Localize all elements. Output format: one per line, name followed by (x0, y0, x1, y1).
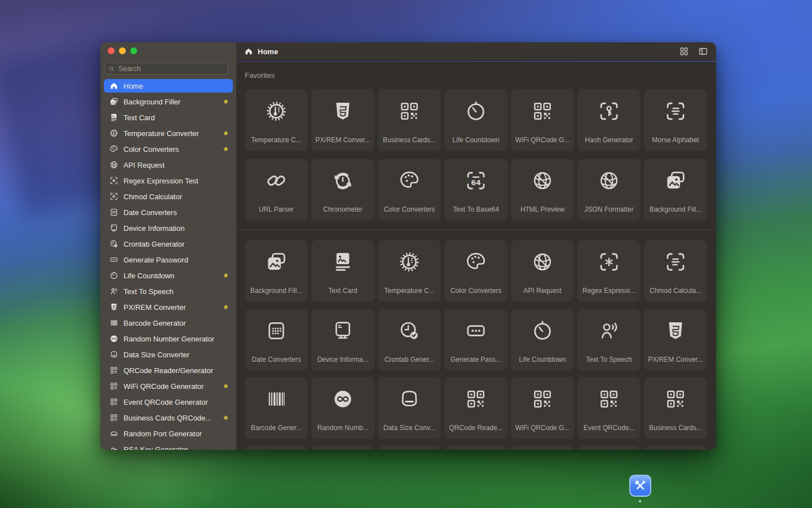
tile-label: QRCode Reade... (449, 424, 502, 432)
tile-hash-generator[interactable]: Hash Generator (577, 89, 641, 151)
sidebar-item-chmod-calculator[interactable]: Chmod Calculator (104, 190, 233, 203)
tile-px-rem-conver[interactable]: PX/REM Conver... (311, 89, 374, 151)
sidebar-item-business-cards-qrcode[interactable]: Business Cards QRCode...★ (104, 411, 233, 424)
grid-view-icon[interactable] (678, 46, 689, 57)
tile-html-preview[interactable]: HTML Preview (511, 159, 574, 221)
sidebar-item-label: Color Converters (123, 145, 179, 154)
tile-wifi-qrcode-g[interactable]: WiFi QRCode G... (511, 89, 574, 151)
tile-data-size-conv[interactable]: Data Size Conv... (378, 377, 441, 439)
sidebar-item-label: Device Information (123, 224, 184, 233)
barcode-icon (109, 318, 118, 328)
tile-business-cards[interactable]: Business Cards... (378, 89, 441, 151)
tile-text-to-base64[interactable]: 64Text To Base64 (444, 159, 508, 221)
tile-barcode-gener[interactable]: Barcode Gener... (245, 377, 308, 439)
sidebar-item-date-converters[interactable]: Date Converters (104, 205, 233, 219)
tile-partial[interactable] (511, 446, 574, 450)
dock-app-icon[interactable] (629, 475, 651, 497)
tile-color-converters[interactable]: Color Converters (444, 240, 508, 302)
sidebar-item-qrcode-reader-generator[interactable]: QRCode Reader/Generator (104, 364, 233, 377)
monitor-icon (332, 318, 354, 343)
favorites-section-label: Favorites (245, 71, 275, 80)
tile-crontab-gener[interactable]: Crontab Gener... (378, 309, 441, 371)
tile-partial[interactable] (444, 446, 508, 450)
sidebar-item-generate-password[interactable]: Generate Password (104, 253, 233, 266)
tile-json-formatter[interactable]: JSON Formatter (577, 159, 641, 221)
tile-partial[interactable] (311, 446, 374, 450)
tile-label: Morse Alphabet (652, 136, 699, 144)
sidebar-item-home[interactable]: Home (104, 79, 233, 93)
tile-event-qrcode[interactable]: Event QRCode... (577, 377, 641, 439)
tile-random-numb[interactable]: Random Numb... (311, 377, 374, 439)
tile-date-converters[interactable]: Date Converters (245, 309, 308, 371)
tile-device-informa[interactable]: Device Informa... (311, 309, 374, 371)
tile-text-card[interactable]: Text Card (311, 240, 374, 302)
css-shield-icon (332, 99, 354, 124)
sidebar-item-label: QRCode Reader/Generator (123, 366, 213, 375)
search-field[interactable] (105, 63, 228, 75)
tile-qrcode-reade[interactable]: QRCode Reade... (444, 377, 508, 439)
tile-chronometer[interactable]: Chronometer (311, 159, 374, 221)
sidebar-item-random-port-generator[interactable]: Random Port Generator (104, 427, 233, 440)
tile-background-fill[interactable]: Background Fill... (644, 159, 707, 221)
sidebar-item-label: Generate Password (123, 256, 188, 264)
sidebar-item-label: Home (123, 82, 143, 90)
tile-life-countdown[interactable]: Life Countdown (511, 309, 574, 371)
sidebar-item-label: Event QRCode Generator (123, 398, 208, 406)
sidebar-item-data-size-converter[interactable]: Data Size Converter (104, 348, 233, 361)
sidebar-item-text-to-speech[interactable]: Text To Speech (104, 284, 233, 298)
tile-partial[interactable] (245, 446, 308, 450)
sidebar-item-temperature-converter[interactable]: Temperature Converter★ (104, 126, 233, 140)
toggle-sidebar-icon[interactable] (698, 46, 708, 57)
tile-regex-expressi[interactable]: Regex Expressi... (577, 240, 641, 302)
sidebar-item-random-number-generator[interactable]: Random Number Generator (104, 332, 233, 345)
tile-api-request[interactable]: API Request (511, 240, 574, 302)
tile-business-cards[interactable]: Business Cards... (644, 377, 707, 439)
temperature-icon (398, 249, 421, 274)
search-input[interactable] (117, 64, 224, 73)
favorites-row-1: Temperature C...PX/REM Conver...Business… (245, 89, 707, 151)
tile-label: Business Cards... (383, 136, 436, 144)
sidebar-item-rsa-key-generator[interactable]: RSA Key Generator (104, 443, 233, 450)
qr-icon (465, 387, 487, 411)
tile-generate-pass[interactable]: Generate Pass... (444, 309, 508, 371)
sidebar-item-regex-expression-test[interactable]: Regex Expression Test (104, 174, 233, 187)
sidebar-item-label: Business Cards QRCode... (123, 414, 211, 422)
sidebar-item-life-countdown[interactable]: Life Countdown★ (104, 269, 233, 282)
tile-color-converters[interactable]: Color Converters (378, 159, 441, 221)
tile-life-countdown[interactable]: Life Countdown (444, 89, 508, 151)
sidebar-item-wifi-qrcode-generator[interactable]: WiFi QRCode Generator★ (104, 379, 233, 393)
qr-icon (598, 387, 620, 411)
tile-text-to-speech[interactable]: Text To Speech (577, 309, 641, 371)
tile-temperature-c[interactable]: Temperature C... (378, 240, 441, 302)
tile-partial[interactable] (577, 446, 641, 450)
text-card-icon (332, 249, 354, 274)
sidebar-item-label: Data Size Converter (123, 351, 189, 359)
tile-url-parser[interactable]: URL Parser (245, 159, 308, 221)
text-card-icon (109, 113, 118, 122)
tile-wifi-qrcode-g[interactable]: WiFi QRCode G... (511, 377, 574, 439)
close-button[interactable] (108, 47, 114, 54)
zoom-button[interactable] (130, 47, 137, 54)
sidebar-item-color-converters[interactable]: Color Converters★ (104, 142, 233, 156)
sidebar-item-text-card[interactable]: Text Card (104, 111, 233, 124)
sidebar-item-crontab-generator[interactable]: Crontab Generator (104, 237, 233, 251)
tile-px-rem-conver[interactable]: PX/REM Conver... (644, 309, 707, 371)
tile-temperature-c[interactable]: Temperature C... (245, 89, 308, 151)
tile-partial[interactable] (378, 446, 441, 450)
tile-chmod-calcula[interactable]: Chmod Calcula... (644, 240, 707, 302)
sidebar-item-barcode-generator[interactable]: Barcode Generator (104, 316, 233, 330)
tile-label: Crontab Gener... (385, 356, 435, 364)
tile-partial[interactable] (644, 446, 707, 450)
tile-background-fill[interactable]: Background Fill... (245, 240, 308, 302)
sidebar-item-px-rem-converter[interactable]: PX/REM Converter★ (104, 300, 233, 314)
tile-morse-alphabet[interactable]: Morse Alphabet (644, 89, 707, 151)
sidebar-item-background-filler[interactable]: Background Filler★ (104, 95, 233, 108)
tile-label: API Request (523, 287, 561, 295)
sidebar-item-api-request[interactable]: API Request (104, 158, 233, 172)
minimize-button[interactable] (119, 47, 126, 54)
sidebar-item-label: RSA Key Generator (123, 445, 188, 450)
sidebar-item-device-information[interactable]: Device Information (104, 221, 233, 235)
chain-icon (265, 168, 288, 193)
app-window: HomeBackground Filler★Text CardTemperatu… (100, 42, 716, 450)
sidebar-item-event-qrcode-generator[interactable]: Event QRCode Generator (104, 395, 233, 409)
